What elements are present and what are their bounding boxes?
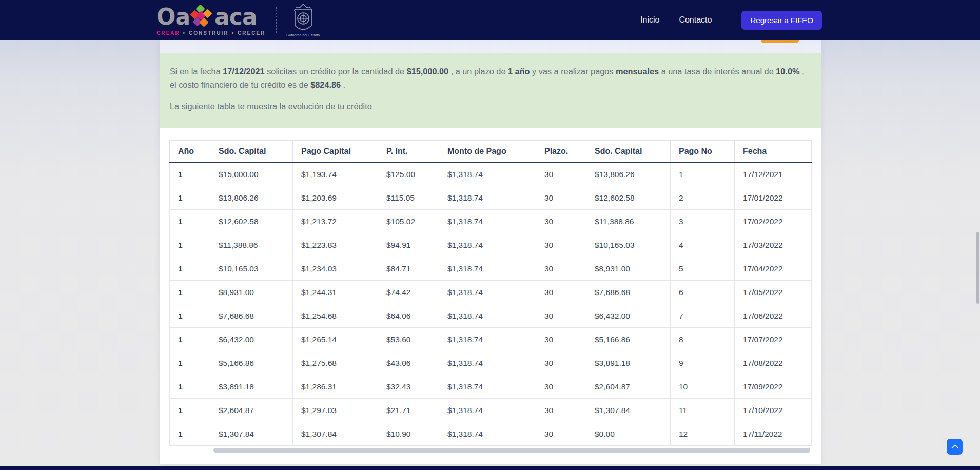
table-cell: 2 <box>671 186 735 210</box>
table-cell: $1,318.74 <box>439 399 536 422</box>
tagline-word: CONSTRUIR <box>189 30 228 36</box>
table-cell: $1,318.74 <box>439 304 536 328</box>
app-header: Oa aca CREAR•CONSTRUIR•CRECER <box>0 0 980 40</box>
regresar-fifeo-button[interactable]: Regresar a FIFEO <box>741 11 822 30</box>
table-cell: 17/07/2022 <box>735 328 812 351</box>
table-cell: 1 <box>170 281 210 304</box>
table-cell: $2,604.87 <box>210 399 293 422</box>
chevron-up-icon <box>951 444 958 452</box>
table-cell: $1,193.74 <box>293 163 378 186</box>
credit-summary-text: Si en la fecha 17/12/2021 solicitas un c… <box>170 65 807 91</box>
table-row: 1$13,806.26$1,203.69$115.05$1,318.7430$1… <box>170 186 812 210</box>
table-cell: $1,318.74 <box>439 328 536 351</box>
nav-contacto[interactable]: Contacto <box>679 15 712 25</box>
table-intro-text: La siguiente tabla te muestra la evoluci… <box>170 100 807 113</box>
table-cell: 17/03/2022 <box>735 233 812 257</box>
table-cell: $11,388.86 <box>586 210 671 233</box>
header-cell: Plazo. <box>536 141 586 163</box>
table-cell: 17/06/2022 <box>735 304 812 328</box>
table-cell: $1,318.74 <box>439 233 536 257</box>
table-cell: $11,388.86 <box>210 233 293 257</box>
oaxaca-logo[interactable]: Oa aca CREAR•CONSTRUIR•CRECER <box>156 0 320 40</box>
table-cell: $1,318.74 <box>439 375 536 399</box>
table-cell: $6,432.00 <box>210 328 293 351</box>
table-cell: $1,244.31 <box>293 281 378 304</box>
table-row: 1$1,307.84$1,307.84$10.90$1,318.7430$0.0… <box>170 422 812 446</box>
table-cell: $94.91 <box>378 233 439 257</box>
table-cell: $1,318.74 <box>439 186 536 210</box>
tagline-word: CREAR <box>156 30 180 36</box>
horizontal-scrollbar-thumb[interactable] <box>213 448 810 453</box>
table-cell: $15,000.00 <box>210 163 293 186</box>
table-cell: 11 <box>671 399 735 422</box>
table-cell: 4 <box>671 233 735 257</box>
table-cell: 30 <box>536 351 586 375</box>
table-cell: 1 <box>671 163 735 186</box>
amortization-table: AñoSdo. CapitalPago CapitalP. Int.Monto … <box>169 140 812 446</box>
table-cell: 1 <box>170 163 210 186</box>
table-row: 1$12,602.58$1,213.72$105.02$1,318.7430$1… <box>170 210 812 233</box>
table-cell: 1 <box>170 375 210 399</box>
table-cell: $1,265.14 <box>293 328 378 351</box>
table-cell: $1,318.74 <box>439 210 536 233</box>
table-cell: 6 <box>671 281 735 304</box>
table-row: 1$8,931.00$1,244.31$74.42$1,318.7430$7,6… <box>170 281 812 304</box>
header-cell: Sdo. Capital <box>586 141 671 163</box>
table-header-row: AñoSdo. CapitalPago CapitalP. Int.Monto … <box>170 141 812 163</box>
table-cell: 30 <box>536 375 586 399</box>
table-cell: 1 <box>170 399 210 422</box>
table-cell: 17/12/2021 <box>735 163 812 186</box>
scroll-to-top-button[interactable] <box>947 439 963 455</box>
table-cell: $1,234.03 <box>293 257 378 281</box>
table-cell: 17/01/2022 <box>735 186 812 210</box>
table-cell: 3 <box>671 210 735 233</box>
footer-strip <box>0 466 980 470</box>
table-cell: $74.42 <box>378 281 439 304</box>
table-cell: $7,686.68 <box>586 281 671 304</box>
partially-hidden-orange-button[interactable] <box>761 40 799 43</box>
table-cell: $10.90 <box>378 422 439 446</box>
table-cell: $1,318.74 <box>439 422 536 446</box>
amortization-table-wrap: AñoSdo. CapitalPago CapitalP. Int.Monto … <box>169 140 811 453</box>
table-cell: $115.05 <box>378 186 439 210</box>
table-cell: $6,432.00 <box>586 304 671 328</box>
table-cell: 1 <box>170 351 210 375</box>
table-row: 1$3,891.18$1,286.31$32.43$1,318.7430$2,6… <box>170 375 812 399</box>
nav-inicio[interactable]: Inicio <box>640 15 659 25</box>
table-row: 1$2,604.87$1,297.03$21.71$1,318.7430$1,3… <box>170 399 812 422</box>
content-card: Si en la fecha 17/12/2021 solicitas un c… <box>160 40 821 464</box>
table-cell: 1 <box>170 210 210 233</box>
table-row: 1$7,686.68$1,254.68$64.06$1,318.7430$6,4… <box>170 304 812 328</box>
table-cell: $1,318.74 <box>439 351 536 375</box>
table-cell: $1,318.74 <box>439 281 536 304</box>
table-cell: 17/08/2022 <box>735 351 812 375</box>
table-cell: $1,307.84 <box>293 422 378 446</box>
table-cell: 30 <box>536 422 586 446</box>
table-cell: $5,166.86 <box>586 328 671 351</box>
table-cell: $1,286.31 <box>293 375 378 399</box>
table-cell: 9 <box>671 351 735 375</box>
credit-summary-box: Si en la fecha 17/12/2021 solicitas un c… <box>160 53 821 128</box>
table-cell: 10 <box>671 375 735 399</box>
table-cell: $43.06 <box>378 351 439 375</box>
logo-main: Oa aca CREAR•CONSTRUIR•CRECER <box>156 5 265 36</box>
table-cell: 1 <box>170 233 210 257</box>
table-cell: $12,602.58 <box>586 186 671 210</box>
table-cell: 17/02/2022 <box>735 210 812 233</box>
table-row: 1$5,166.86$1,275.68$43.06$1,318.7430$3,8… <box>170 351 812 375</box>
table-cell: $1,307.84 <box>210 422 293 446</box>
table-cell: $8,931.00 <box>210 281 293 304</box>
vertical-scrollbar-thumb[interactable] <box>976 232 979 304</box>
table-cell: $1,297.03 <box>293 399 378 422</box>
table-cell: 1 <box>170 186 210 210</box>
table-cell: 30 <box>536 210 586 233</box>
table-cell: $12,602.58 <box>210 210 293 233</box>
logo-wordmark: Oa aca <box>156 5 265 29</box>
tagline-word: • <box>183 30 186 36</box>
logo-separator <box>276 7 277 33</box>
table-cell: 1 <box>170 304 210 328</box>
state-seal: Gobierno del Estado <box>286 3 320 37</box>
table-cell: 8 <box>671 328 735 351</box>
table-cell: $1,254.68 <box>293 304 378 328</box>
table-cell: $3,891.18 <box>586 351 671 375</box>
